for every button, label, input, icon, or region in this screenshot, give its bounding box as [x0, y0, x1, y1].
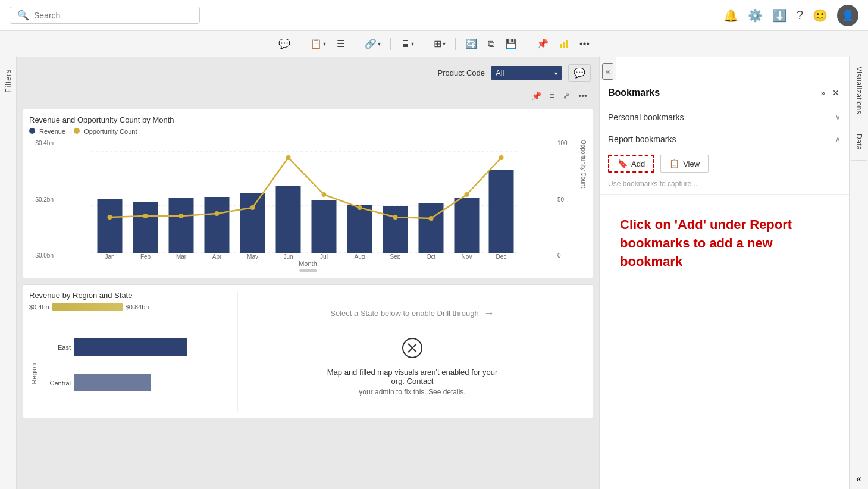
- svg-text:Central: Central: [50, 380, 71, 387]
- map-error-sub: your admin to fix this. See details.: [323, 388, 502, 396]
- duplicate-button[interactable]: ⧉: [484, 36, 498, 52]
- product-select[interactable]: All Product A Product B: [491, 66, 562, 80]
- svg-rect-15: [419, 203, 444, 253]
- product-filter-row: Product Code All Product A Product B ▾ 💬: [23, 63, 593, 83]
- download-icon[interactable]: ⬇️: [772, 8, 787, 23]
- revenue-dot: [29, 128, 35, 134]
- monitor-button[interactable]: 🖥 ▾: [397, 36, 418, 52]
- charts-area: Product Code All Product A Product B ▾ 💬…: [17, 57, 599, 489]
- settings-icon[interactable]: ⚙️: [748, 8, 763, 23]
- more-button[interactable]: •••: [576, 36, 593, 52]
- user-icon: 👤: [841, 9, 854, 22]
- pin-button[interactable]: 📌: [533, 36, 552, 52]
- svg-rect-6: [98, 199, 123, 253]
- map-error-icon: [323, 337, 502, 363]
- collapse-panel-button[interactable]: «: [602, 63, 614, 80]
- svg-point-27: [429, 216, 434, 221]
- range-max: $0.84bn: [126, 303, 149, 311]
- svg-point-29: [499, 155, 504, 160]
- svg-rect-11: [276, 186, 301, 253]
- grid-button[interactable]: ⊞ ▾: [430, 36, 449, 52]
- filter-sidebar: Filters: [0, 57, 17, 489]
- svg-point-19: [143, 214, 148, 218]
- y-right-mid: 50: [557, 196, 564, 203]
- subscribe-button[interactable]: 📋 ▾: [306, 36, 330, 52]
- x-circle-icon: [402, 337, 423, 359]
- svg-point-24: [322, 192, 327, 197]
- svg-text:Apr: Apr: [212, 253, 222, 259]
- pbi-icon-button[interactable]: [556, 37, 572, 51]
- search-box[interactable]: 🔍: [10, 7, 200, 24]
- svg-text:Nov: Nov: [462, 253, 472, 259]
- svg-rect-44: [74, 338, 187, 356]
- left-panel: Filters Product Code All Product A Produ…: [0, 57, 599, 489]
- forward-double-icon[interactable]: »: [819, 87, 826, 99]
- svg-rect-9: [205, 197, 230, 253]
- tab-visualizations[interactable]: Visualizations: [851, 57, 867, 124]
- chart2-container: Revenue by Region and State $0.4bn $0.84…: [23, 284, 593, 418]
- pin-visual-button[interactable]: 📌: [529, 90, 544, 102]
- collapse-right-panel[interactable]: «: [851, 469, 866, 489]
- toolbar-separator-2: [355, 38, 355, 50]
- view-bookmark-button[interactable]: 📋 View: [660, 155, 709, 173]
- personal-chevron-icon: ∨: [835, 113, 841, 121]
- copy-button[interactable]: 🔗 ▾: [361, 36, 384, 52]
- range-min: $0.4bn: [29, 303, 49, 311]
- bar-range: $0.4bn $0.84bn: [29, 303, 237, 311]
- avatar[interactable]: 👤: [837, 5, 858, 26]
- help-icon[interactable]: ?: [797, 8, 803, 22]
- tab-data[interactable]: Data: [851, 124, 867, 160]
- svg-rect-2: [566, 40, 568, 48]
- personal-bookmarks-header[interactable]: Personal bookmarks ∨: [600, 106, 849, 128]
- bookmarks-panel: « Bookmarks » ✕ Personal bookmarks ∨: [599, 57, 849, 489]
- drill-through-msg: Select a State below to enable Drill thr…: [330, 307, 494, 319]
- svg-text:Mar: Mar: [176, 253, 187, 259]
- svg-point-21: [215, 211, 220, 216]
- drill-text: Select a State below to enable Drill thr…: [330, 309, 478, 318]
- svg-point-23: [286, 155, 291, 160]
- opportunity-dot: [74, 128, 80, 134]
- toolbar-separator: [300, 38, 300, 50]
- refresh-button[interactable]: 🔄: [462, 36, 481, 52]
- bookmarks-body: Bookmarks » ✕ Personal bookmarks ∨: [600, 80, 849, 489]
- personal-bookmarks-section: Personal bookmarks ∨: [600, 106, 849, 128]
- search-input[interactable]: [34, 11, 192, 20]
- toolbar-separator-5: [455, 38, 456, 50]
- y-right-top: 100: [557, 140, 568, 146]
- expand-visual-button[interactable]: ⤢: [560, 90, 572, 102]
- save-button[interactable]: 💾: [502, 36, 521, 52]
- more-visual-button[interactable]: •••: [576, 90, 590, 102]
- report-bookmarks-header[interactable]: Report bookmarks ∧: [600, 128, 849, 150]
- product-select-wrapper[interactable]: All Product A Product B ▾: [491, 66, 562, 80]
- svg-point-26: [393, 215, 398, 220]
- toolbar-row: 💬 📋 ▾ ☰ 🔗 ▾ 🖥 ▾ ⊞ ▾ 🔄 ⧉ 💾 📌 •••: [0, 31, 868, 57]
- chart-comment-button[interactable]: 💬: [568, 64, 591, 82]
- close-panel-icon[interactable]: ✕: [831, 87, 841, 99]
- comment-button[interactable]: 💬: [275, 36, 294, 52]
- bookmarks-header: Bookmarks » ✕: [600, 80, 849, 106]
- filter-visual-button[interactable]: ≡: [547, 90, 557, 102]
- left-chevron-icon: «: [856, 474, 861, 484]
- notification-icon[interactable]: 🔔: [723, 8, 738, 23]
- chart1-container: Revenue and Opportunity Count by Month R…: [23, 109, 593, 278]
- chart2-right: Select a State below to enable Drill thr…: [237, 291, 587, 412]
- add-bookmark-button[interactable]: 🔖 Add: [608, 155, 654, 173]
- map-error-section: Map and filled map visuals aren't enable…: [323, 337, 502, 396]
- y-left-top: $0.4bn: [35, 140, 54, 146]
- side-tabs: Visualizations Data «: [849, 57, 868, 489]
- search-icon: 🔍: [17, 10, 29, 21]
- svg-text:East: East: [58, 344, 71, 351]
- list-button[interactable]: ☰: [333, 36, 349, 52]
- svg-rect-14: [383, 206, 408, 253]
- chart1-body: $0.4bn $0.2bn $0.0bn: [29, 140, 587, 259]
- y-left-mid: $0.2bn: [35, 196, 54, 203]
- svg-text:Sep: Sep: [390, 253, 401, 259]
- top-header: 🔍 🔔 ⚙️ ⬇️ ? 🙂 👤: [0, 0, 868, 31]
- svg-text:Jul: Jul: [320, 253, 328, 259]
- bookmark-actions: 🔖 Add 📋 View: [600, 150, 849, 177]
- resize-handle[interactable]: [299, 269, 317, 272]
- svg-text:Oct: Oct: [427, 253, 436, 259]
- smiley-icon[interactable]: 🙂: [813, 8, 828, 23]
- svg-rect-10: [240, 193, 265, 253]
- svg-text:Aug: Aug: [355, 253, 365, 259]
